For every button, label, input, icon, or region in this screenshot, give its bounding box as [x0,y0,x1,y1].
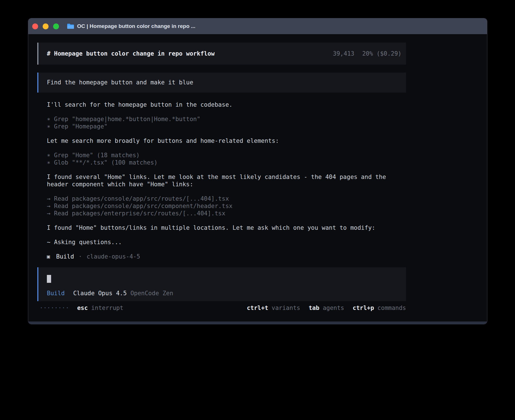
agent-icon: ▣ [47,253,50,260]
agent-status-line: ▣ Build · claude-opus-4-5 [37,253,406,260]
folder-icon [67,23,74,29]
titlebar[interactable]: OC | Homepage button color change in rep… [28,18,487,34]
agent-name: Build [56,253,74,260]
text-cursor [47,275,51,283]
shortcut-hints: ctrl+t variants tab agents ctrl+p comman… [247,304,406,312]
tool-call-group: → Read packages/console/app/src/routes/[… [37,195,406,217]
user-message: Find the homepage button and make it blu… [37,73,406,93]
prompt-input[interactable]: Build Claude Opus 4.5 OpenCode Zen [37,267,406,301]
model-name: Claude Opus 4.5 [73,290,127,297]
mode-indicator: Build [47,290,65,297]
tool-call-glob: ∗ Glob "**/*.tsx" (100 matches) [47,159,406,166]
shortcut-label: interrupt [91,304,123,312]
shortcut-label: agents [323,304,344,312]
session-title: # Homepage button color change in repo w… [47,50,215,57]
shortcut-key: ctrl+t [247,304,268,312]
minimize-button[interactable] [43,23,49,29]
tool-call-read: → Read packages/console/app/src/routes/[… [47,195,406,202]
shortcut-key: esc [77,304,88,312]
tool-call-grep: ∗ Grep "Homepage" [47,123,406,130]
shortcut-agents: tab agents [309,304,344,312]
tool-call-read: → Read packages/console/app/src/componen… [47,202,406,210]
context-usage: 20% ($0.29) [362,50,401,57]
session-stats: 39,413 20% ($0.29) [333,50,401,57]
shortcut-interrupt: esc interrupt [77,304,123,312]
assistant-response: I'll search for the homepage button in t… [37,101,406,260]
shortcut-commands: ctrl+p commands [353,304,406,312]
session-header: # Homepage button color change in repo w… [37,43,406,65]
tool-call-grep: ∗ Grep "homepage|home.*button|Home.*butt… [47,115,406,123]
traffic-lights [32,23,59,29]
assistant-activity: ~ Asking questions... [37,239,406,246]
close-button[interactable] [32,23,38,29]
shortcut-variants: ctrl+t variants [247,304,300,312]
window-title: OC | Homepage button color change in rep… [77,23,195,29]
agent-model: claude-opus-4-5 [87,253,140,260]
tool-call-grep: ∗ Grep "Home" (18 matches) [47,152,406,159]
desktop-background: OC | Homepage button color change in rep… [0,0,515,420]
provider-name: OpenCode Zen [130,290,173,297]
shortcut-label: commands [377,304,406,312]
input-meta: Build Claude Opus 4.5 OpenCode Zen [47,290,399,297]
terminal-content[interactable]: # Homepage button color change in repo w… [37,43,406,312]
assistant-paragraph: I found several "Home" links. Let me loo… [37,173,406,188]
window-bottom-edge [28,321,487,324]
shortcut-label: variants [272,304,300,312]
assistant-paragraph: Let me search more broadly for buttons a… [37,137,406,145]
terminal-window: OC | Homepage button color change in rep… [28,18,487,324]
shortcut-key: tab [309,304,319,312]
zoom-button[interactable] [53,23,59,29]
user-message-text: Find the homepage button and make it blu… [47,79,399,86]
separator-dot: · [78,253,82,260]
tool-call-group: ∗ Grep "homepage|home.*button|Home.*butt… [37,115,406,130]
status-bar: ········ esc interrupt ctrl+t variants t… [37,304,406,312]
tool-call-group: ∗ Grep "Home" (18 matches) ∗ Glob "**/*.… [37,152,406,166]
tool-call-read: → Read packages/enterprise/src/routes/[.… [47,210,406,217]
assistant-paragraph: I found "Home" buttons/links in multiple… [37,224,406,231]
shortcut-key: ctrl+p [353,304,374,312]
assistant-paragraph: I'll search for the homepage button in t… [37,101,406,108]
token-count: 39,413 [333,50,354,57]
spinner-dots: ········ [40,304,69,312]
